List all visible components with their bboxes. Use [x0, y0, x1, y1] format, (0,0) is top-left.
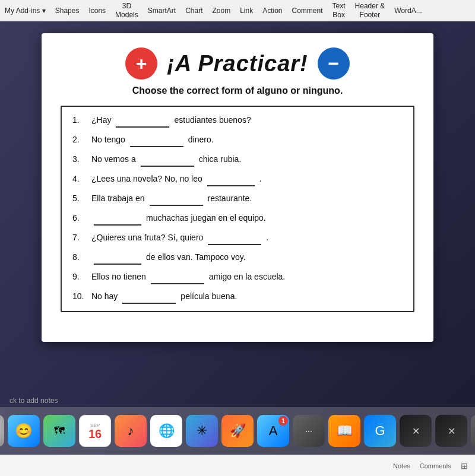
menu-item-shapes[interactable]: Shapes	[55, 7, 80, 15]
menu-item-smartart[interactable]: SmartArt	[148, 7, 176, 15]
dock-item-appstore[interactable]: A 1	[257, 415, 289, 447]
slide-container: + ¡A Practicar! − Choose the correct for…	[42, 33, 433, 342]
notes-hint: ck to add notes	[10, 396, 58, 405]
question-1: 1. ¿Hay estudiantes buenos?	[72, 114, 403, 128]
dock-item-chrome[interactable]: 🌐	[150, 415, 182, 447]
question-3: 3. No vemos a chica rubia.	[72, 153, 403, 167]
question-5: 5. Ella trabaja en restaurante.	[72, 192, 403, 206]
question-10: 10. No hay película buena.	[72, 290, 403, 304]
slide-title: ¡A Practicar!	[167, 51, 308, 77]
dock-item-cross1[interactable]: ✕	[400, 415, 432, 447]
bottom-right: Notes Comments ⊞	[393, 461, 468, 471]
plus-icon: +	[125, 47, 157, 80]
menu-item-icons[interactable]: Icons	[88, 7, 106, 15]
question-2: 2. No tengo dinero.	[72, 134, 403, 147]
dock-item-finder[interactable]: 😊	[8, 415, 40, 447]
dock-item-music[interactable]: ♪	[115, 415, 147, 447]
menu-item-3d-models[interactable]: 3DModels	[115, 2, 138, 19]
menu-item-add-ins[interactable]: My Add-ins ▾	[5, 7, 46, 15]
question-9: 9. Ellos no tienen amigo en la escuela.	[72, 271, 403, 284]
dock-item-pinwheel[interactable]: ✳	[186, 415, 218, 447]
dock-item-screentime[interactable]: G	[364, 415, 396, 447]
dock-item-apple[interactable]: 🍎	[0, 415, 4, 447]
view-icon[interactable]: ⊞	[461, 461, 468, 471]
question-7: 7. ¿Quieres una fruta? Sí, quiero .	[72, 231, 403, 245]
menu-item-action[interactable]: Action	[262, 7, 282, 15]
bottom-bar: Notes Comments ⊞	[0, 455, 475, 476]
dock-item-maps[interactable]: 🗺	[43, 415, 75, 447]
menu-item-link[interactable]: Link	[240, 7, 253, 15]
slide-subtitle: Choose the correct form of alguno or nin…	[61, 85, 414, 96]
minus-icon: −	[318, 47, 350, 80]
title-row: + ¡A Practicar! −	[61, 47, 414, 80]
question-4: 4. ¿Lees una novela? No, no leo .	[72, 173, 403, 186]
appstore-badge: 1	[278, 416, 288, 426]
menu-item-textbox[interactable]: TextBox	[332, 2, 346, 19]
menu-item-comment[interactable]: Comment	[292, 7, 323, 15]
dock-item-settings[interactable]: ⚙	[471, 415, 475, 447]
menu-item-chart[interactable]: Chart	[185, 7, 202, 15]
dock-item-launchpad[interactable]: 🚀	[221, 415, 254, 447]
dock-item-dots[interactable]: ···	[293, 415, 325, 447]
menu-item-header-footer[interactable]: Header &Footer	[355, 2, 385, 19]
screen-area: + ¡A Practicar! − Choose the correct for…	[0, 21, 475, 476]
question-8: 8. de ellos van. Tampoco voy.	[72, 251, 403, 265]
menu-item-worda[interactable]: WordA...	[394, 7, 422, 15]
comments-label[interactable]: Comments	[420, 462, 451, 469]
questions-box: 1. ¿Hay estudiantes buenos? 2. No tengo …	[61, 106, 414, 312]
dock-item-calendar[interactable]: SEP 16	[79, 415, 111, 447]
menu-item-zoom[interactable]: Zoom	[212, 7, 230, 15]
dock-item-cross2[interactable]: ✕	[435, 415, 467, 447]
question-6: 6. muchachas juegan en el equipo.	[72, 212, 403, 226]
menu-bar: My Add-ins ▾ Shapes Icons 3DModels Smart…	[0, 0, 475, 21]
dock-item-books[interactable]: 📖	[328, 415, 360, 447]
dock: 🍎 😊 🗺 SEP 16 ♪ 🌐 ✳ 🚀 A 1 ··· 📖 G ✕ ✕ ⚙	[0, 407, 475, 455]
notes-label[interactable]: Notes	[393, 462, 410, 469]
